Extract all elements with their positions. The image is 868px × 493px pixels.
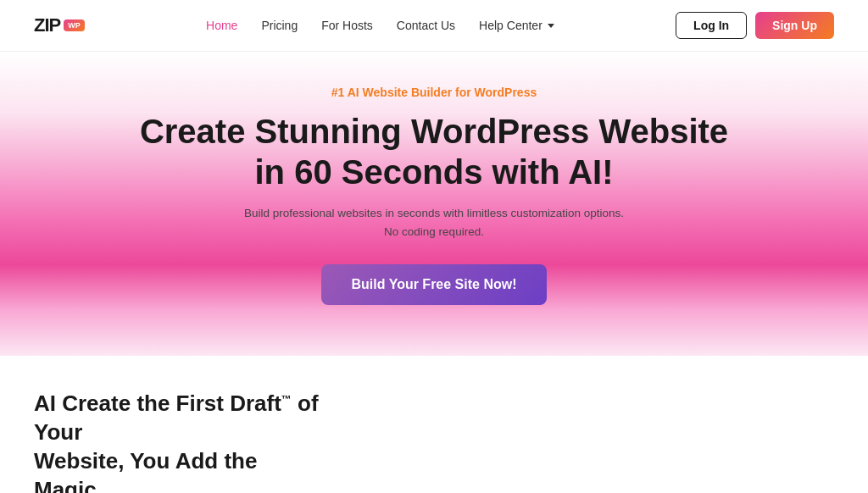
features-title-line2: Website, You Add the Magic: [34, 448, 257, 493]
nav-item-home[interactable]: Home: [206, 18, 237, 33]
hero-subtitle-line2: No coding required.: [384, 225, 484, 238]
logo: ZIP WP: [34, 14, 85, 36]
navbar: ZIP WP Home Pricing For Hosts Contact Us…: [0, 0, 868, 52]
logo-zip-text: ZIP: [34, 14, 60, 36]
hero-tag: #1 AI Website Builder for WordPress: [17, 86, 851, 99]
nav-links: Home Pricing For Hosts Contact Us Help C…: [206, 18, 554, 33]
hero-section: #1 AI Website Builder for WordPress Crea…: [0, 52, 868, 356]
logo-wp-badge: WP: [64, 19, 85, 31]
nav-item-help[interactable]: Help Center: [479, 19, 554, 32]
nav-buttons: Log In Sign Up: [676, 12, 834, 39]
nav-item-pricing[interactable]: Pricing: [261, 18, 298, 33]
chevron-down-icon: [548, 24, 554, 28]
hero-title-line1: Create Stunning WordPress Website: [140, 113, 728, 150]
nav-link-forhosts[interactable]: For Hosts: [321, 19, 373, 32]
nav-link-help[interactable]: Help Center: [479, 19, 554, 32]
nav-link-home[interactable]: Home: [206, 19, 237, 32]
hero-title: Create Stunning WordPress Website in 60 …: [17, 111, 851, 192]
features-title: AI Create the First Draft™ of Your Websi…: [34, 390, 322, 493]
signup-button[interactable]: Sign Up: [755, 12, 834, 39]
features-section: AI Create the First Draft™ of Your Websi…: [0, 356, 868, 493]
hero-cta-button[interactable]: Build Your Free Site Now!: [321, 264, 548, 305]
nav-link-pricing[interactable]: Pricing: [261, 19, 298, 32]
nav-item-contact[interactable]: Contact Us: [397, 18, 455, 33]
nav-link-contact[interactable]: Contact Us: [397, 19, 455, 32]
hero-title-line2: in 60 Seconds with AI!: [254, 153, 613, 191]
login-button[interactable]: Log In: [676, 12, 747, 39]
hero-subtitle: Build professional websites in seconds w…: [17, 204, 851, 241]
hero-subtitle-line1: Build professional websites in seconds w…: [244, 207, 624, 219]
features-title-part1: AI Create the First Draft: [34, 391, 281, 416]
features-title-sup: ™: [281, 394, 292, 406]
nav-item-forhosts[interactable]: For Hosts: [321, 18, 373, 33]
